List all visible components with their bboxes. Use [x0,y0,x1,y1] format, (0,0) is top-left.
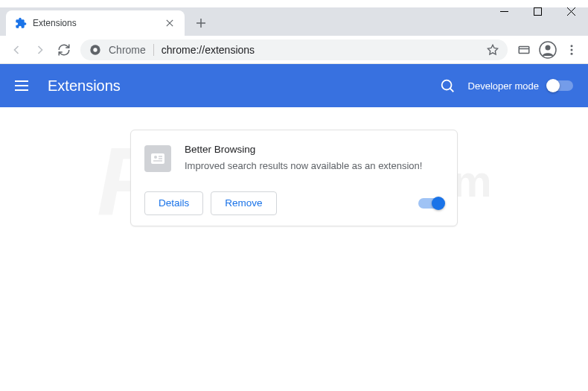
toggle-knob [546,79,560,92]
profile-avatar-icon[interactable] [537,39,558,60]
svg-rect-1 [534,7,542,15]
extensions-page: Extensions Developer mode PCrisk.com Bet… [0,64,588,391]
svg-point-9 [93,48,97,51]
close-tab-button[interactable] [164,17,176,29]
developer-mode-toggle[interactable] [548,80,573,91]
chrome-icon [89,44,101,56]
close-window-button[interactable] [555,0,588,22]
browser-toolbar: Chrome chrome://extensions [0,36,588,64]
back-button[interactable] [6,39,27,60]
details-button[interactable]: Details [144,191,203,215]
svg-line-19 [450,89,453,92]
svg-marker-10 [488,45,497,54]
svg-point-14 [546,45,551,50]
bookmark-star-icon[interactable] [487,44,499,56]
omnibox-scheme: Chrome [109,44,146,56]
omnibox-url: chrome://extensions [162,44,479,56]
maximize-button[interactable] [521,0,555,22]
svg-rect-11 [519,46,529,53]
puzzle-icon [15,17,27,29]
remove-button[interactable]: Remove [211,191,276,215]
omnibox-separator [153,44,154,56]
extension-card: Better Browsing Improved search results … [130,130,458,226]
forward-button[interactable] [30,39,51,60]
svg-point-15 [571,45,573,47]
minimize-button[interactable] [488,0,521,22]
toggle-knob [432,197,445,210]
search-icon[interactable] [438,77,456,95]
svg-rect-20 [151,153,164,164]
extension-name: Better Browsing [185,144,444,155]
tab-extensions[interactable]: Extensions [6,10,185,36]
tab-title: Extensions [33,18,158,28]
card-reader-icon[interactable] [514,39,534,60]
svg-point-17 [571,52,573,54]
extension-enable-toggle[interactable] [418,198,444,209]
svg-point-18 [441,80,451,90]
extension-description: Improved search results now available as… [185,159,444,174]
window-controls [488,0,588,22]
svg-point-16 [571,48,573,51]
extension-icon [144,145,171,172]
omnibox[interactable]: Chrome chrome://extensions [80,39,508,60]
page-title: Extensions [48,77,438,95]
developer-mode-label: Developer mode [468,80,539,92]
reload-button[interactable] [54,39,74,60]
extensions-header: Extensions Developer mode [0,64,588,107]
extensions-content: PCrisk.com Better Browsing Improved sear… [0,107,588,249]
hamburger-menu-button[interactable] [15,77,33,95]
menu-button[interactable] [561,39,582,60]
svg-point-21 [154,156,157,159]
new-tab-button[interactable] [191,13,211,34]
